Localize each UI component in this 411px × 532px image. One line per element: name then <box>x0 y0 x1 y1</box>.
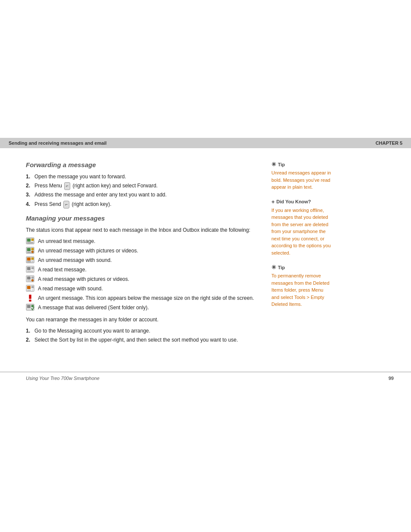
step-1: 1. Open the message you want to forward. <box>26 173 258 181</box>
plus-icon: + <box>271 199 275 205</box>
icon-row-delivered: A message that was delivered (Sent folde… <box>26 304 258 311</box>
header-title: Sending and receiving messages and email <box>9 140 106 146</box>
svg-rect-19 <box>27 276 31 279</box>
icon-label-unread-text: An unread text message. <box>38 237 95 245</box>
icon-row-read-pic: A read message with pictures or videos. <box>26 275 258 283</box>
icon-label-unread-pic: An unread message with pictures or video… <box>38 247 138 255</box>
icon-row-read-text: A read text message. <box>26 266 258 274</box>
svg-text:♪: ♪ <box>32 288 33 291</box>
asterisk-icon-1: ✳ <box>271 161 276 168</box>
svg-rect-27 <box>27 289 31 290</box>
svg-rect-6 <box>31 248 34 250</box>
svg-rect-1 <box>27 238 31 241</box>
icon-row-unread-sound: ♪ An unread message with sound. <box>26 256 258 264</box>
unread-sound-icon: ♪ <box>26 256 34 264</box>
rearrange-step-1: 1. Go to the Messaging account you want … <box>26 327 258 335</box>
tip-block-1: ✳ Tip Unread messages appear in bold. Me… <box>271 161 332 191</box>
step-4: 4. Press Send ⌐ (right action key). <box>26 200 258 208</box>
read-text-icon <box>26 266 34 274</box>
sidebar-tips: ✳ Tip Unread messages appear in bold. Me… <box>271 161 332 350</box>
read-sound-icon: ♪ <box>26 285 34 292</box>
svg-rect-32 <box>31 305 34 307</box>
svg-rect-24 <box>27 286 31 289</box>
icon-list: An unread text message. An unread messag… <box>26 237 258 311</box>
step-3: 3. Address the message and enter any tex… <box>26 191 258 199</box>
tip1-title: Tip <box>278 162 285 167</box>
main-content: Forwarding a message 1. Open the message… <box>26 161 258 350</box>
tip-block-2: ✳ Tip To permanently remove messages fro… <box>271 264 332 308</box>
forwarding-steps: 1. Open the message you want to forward.… <box>26 173 258 208</box>
icon-row-unread-text: An unread text message. <box>26 237 258 245</box>
unread-text-icon <box>26 237 34 245</box>
svg-rect-17 <box>27 271 33 271</box>
section-forwarding: Forwarding a message 1. Open the message… <box>26 161 258 208</box>
icon-row-urgent: An urgent message. This icon appears bel… <box>26 294 258 302</box>
footer: Using Your Treo 700w Smartphone 99 <box>0 372 411 384</box>
svg-text:♪: ♪ <box>32 259 33 262</box>
did-you-know-block: + Did You Know? If you are working offli… <box>271 199 332 257</box>
menu-key-icon: ⌐ <box>64 182 70 190</box>
footer-right: 99 <box>389 376 394 381</box>
svg-rect-16 <box>31 267 34 269</box>
icon-label-read-pic: A read message with pictures or videos. <box>38 275 129 283</box>
rearrange-step-2: 2. Select the Sort by list in the upper-… <box>26 336 258 344</box>
svg-rect-10 <box>27 257 31 260</box>
send-key-icon: ⌐ <box>63 201 69 208</box>
icon-row-unread-pic: An unread message with pictures or video… <box>26 247 258 255</box>
svg-rect-8 <box>27 252 31 252</box>
icon-label-unread-sound: An unread message with sound. <box>38 256 112 264</box>
footer-left: Using Your Treo 700w Smartphone <box>26 376 100 381</box>
did-you-know-label: + Did You Know? <box>271 199 332 205</box>
svg-rect-22 <box>27 280 31 281</box>
svg-rect-5 <box>27 248 31 251</box>
svg-point-21 <box>31 279 34 281</box>
forwarding-title: Forwarding a message <box>26 161 258 168</box>
svg-rect-29 <box>29 299 31 302</box>
header-bar: Sending and receiving messages and email… <box>0 138 411 148</box>
svg-rect-2 <box>31 238 34 240</box>
rearrange-steps: 1. Go to the Messaging account you want … <box>26 327 258 344</box>
delivered-icon <box>26 304 34 311</box>
rearrange-intro: You can rearrange the messages in any fo… <box>26 316 258 324</box>
tip2-label: ✳ Tip <box>271 264 332 271</box>
unread-pic-icon <box>26 247 34 255</box>
icon-row-read-sound: ♪ A read message with sound. <box>26 285 258 292</box>
icon-label-urgent: An urgent message. This icon appears bel… <box>38 294 254 302</box>
tip2-title: Tip <box>278 265 285 270</box>
asterisk-icon-2: ✳ <box>271 264 276 271</box>
managing-title: Managing your messages <box>26 215 258 222</box>
svg-rect-28 <box>29 295 31 299</box>
content-wrapper: Forwarding a message 1. Open the message… <box>0 148 411 363</box>
tip1-label: ✳ Tip <box>271 161 332 168</box>
svg-rect-31 <box>27 305 31 308</box>
managing-intro: The status icons that appear next to eac… <box>26 226 258 234</box>
section-managing: Managing your messages The status icons … <box>26 215 258 344</box>
step-2: 2. Press Menu ⌐ (right action key) and s… <box>26 182 258 190</box>
svg-rect-3 <box>27 242 33 243</box>
svg-point-7 <box>31 251 34 253</box>
chapter-label: CHAPTER 5 <box>376 140 402 146</box>
did-you-know-text: If you are working offline, messages tha… <box>271 207 332 257</box>
icon-label-read-sound: A read message with sound. <box>38 285 103 292</box>
tip2-text: To permanently remove messages from the … <box>271 272 332 308</box>
tip1-text: Unread messages appear in bold. Messages… <box>271 169 332 191</box>
svg-rect-15 <box>27 267 31 270</box>
did-you-know-title: Did You Know? <box>277 199 311 204</box>
svg-rect-20 <box>31 276 34 278</box>
read-pic-icon <box>26 275 34 283</box>
icon-label-read-text: A read text message. <box>38 266 87 274</box>
svg-rect-13 <box>27 261 31 262</box>
icon-label-delivered: A message that was delivered (Sent folde… <box>38 304 149 311</box>
urgent-icon <box>26 294 34 302</box>
